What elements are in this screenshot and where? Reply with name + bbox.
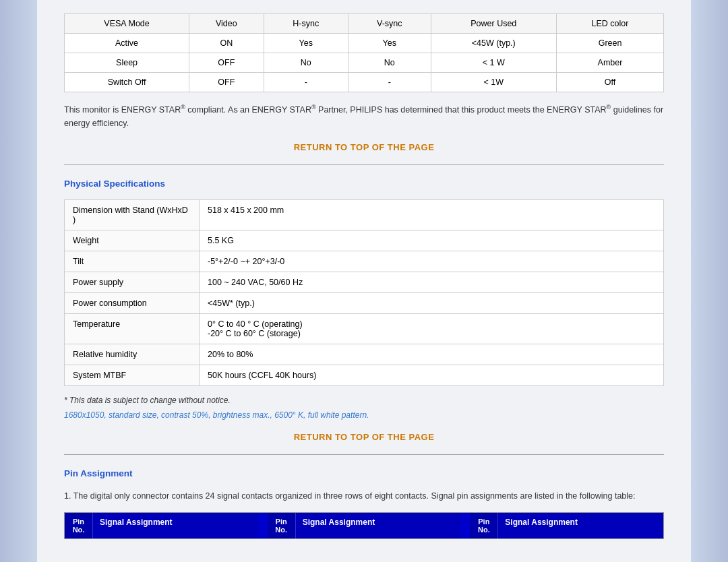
pin-column-3: PinNo. Signal Assignment: [470, 513, 663, 538]
left-sidebar: [0, 0, 37, 562]
spec-label: System MTBF: [65, 365, 200, 386]
section-divider-1: [64, 164, 664, 165]
signal-label-3: Signal Assignment: [498, 513, 663, 538]
spec-label: Weight: [65, 230, 200, 251]
return-to-top-link-2[interactable]: RETURN TO TOP OF THE PAGE: [64, 432, 664, 442]
table-row: Temperature0° C to 40 ° C (operating)-20…: [65, 314, 664, 344]
table-cell: Yes: [264, 34, 348, 53]
table-cell: ON: [189, 34, 264, 53]
col-vsync: V-sync: [348, 14, 431, 34]
table-row: Dimension with Stand (WxHxD )518 x 415 x…: [65, 200, 664, 230]
spec-value: 518 x 415 x 200 mm: [200, 200, 664, 230]
pin-col-divider-2: [460, 513, 470, 538]
energy-table: VESA Mode Video H-sync V-sync Power Used…: [64, 13, 664, 92]
pin-header-row-1: PinNo. Signal Assignment: [65, 513, 258, 538]
return-to-top-link[interactable]: RETURN TO TOP OF THE PAGE: [64, 142, 664, 152]
table-cell: Switch Off: [65, 73, 189, 92]
spec-value: 5.5 KG: [200, 230, 664, 251]
pin-no-label-2: PinNo.: [268, 513, 296, 538]
spec-label: Temperature: [65, 314, 200, 344]
pin-column-2: PinNo. Signal Assignment: [268, 513, 461, 538]
table-cell: < 1W: [431, 73, 557, 92]
spec-value: 20% to 80%: [200, 344, 664, 365]
table-cell: OFF: [189, 53, 264, 73]
physical-specs-title: Physical Specifications: [64, 179, 664, 189]
col-hsync: H-sync: [264, 14, 348, 34]
table-cell: Yes: [348, 34, 431, 53]
table-row: Power consumption<45W* (typ.): [65, 293, 664, 314]
table-cell: No: [348, 53, 431, 73]
table-row: Weight5.5 KG: [65, 230, 664, 251]
pin-header-row-2: PinNo. Signal Assignment: [268, 513, 461, 538]
pin-no-label-3: PinNo.: [470, 513, 498, 538]
table-row: System MTBF50K hours (CCFL 40K hours): [65, 365, 664, 386]
table-cell: Green: [557, 34, 664, 53]
spec-label: Dimension with Stand (WxHxD ): [65, 200, 200, 230]
section-divider-2: [64, 454, 664, 455]
page-wrapper: VESA Mode Video H-sync V-sync Power Used…: [0, 0, 728, 562]
table-cell: Off: [557, 73, 664, 92]
pin-assignment-title: Pin Assignment: [64, 468, 664, 478]
table-cell: OFF: [189, 73, 264, 92]
signal-label-1: Signal Assignment: [93, 513, 258, 538]
table-cell: < 1 W: [431, 53, 557, 73]
spec-value: -5°+2/-0 ~+ 20°+3/-0: [200, 251, 664, 272]
col-power-used: Power Used: [431, 14, 557, 34]
spec-label: Tilt: [65, 251, 200, 272]
spec-label: Power consumption: [65, 293, 200, 314]
specs-footnote: * This data is subject to change without…: [64, 396, 664, 405]
pin-description: 1. The digital only connector contains 2…: [64, 489, 664, 503]
spec-value: <45W* (typ.): [200, 293, 664, 314]
table-row: Tilt-5°+2/-0 ~+ 20°+3/-0: [65, 251, 664, 272]
pin-assignment-table: PinNo. Signal Assignment PinNo. Signal A…: [64, 512, 664, 539]
col-vesa-mode: VESA Mode: [65, 14, 189, 34]
pin-column-1: PinNo. Signal Assignment: [65, 513, 258, 538]
table-cell: <45W (typ.): [431, 34, 557, 53]
pin-no-label-1: PinNo.: [65, 513, 93, 538]
spec-value: 100 ~ 240 VAC, 50/60 Hz: [200, 272, 664, 293]
energy-star-text: This monitor is ENERGY STAR® compliant. …: [64, 102, 664, 130]
spec-value: 50K hours (CCFL 40K hours): [200, 365, 664, 386]
spec-value: 0° C to 40 ° C (operating)-20° C to 60° …: [200, 314, 664, 344]
col-video: Video: [189, 14, 264, 34]
table-row: Power supply100 ~ 240 VAC, 50/60 Hz: [65, 272, 664, 293]
main-content: VESA Mode Video H-sync V-sync Power Used…: [37, 0, 691, 562]
table-cell: Sleep: [65, 53, 189, 73]
spec-label: Relative humidity: [65, 344, 200, 365]
pin-col-divider-1: [258, 513, 268, 538]
col-led-color: LED color: [557, 14, 664, 34]
table-cell: -: [348, 73, 431, 92]
specs-table: Dimension with Stand (WxHxD )518 x 415 x…: [64, 199, 664, 386]
spec-label: Power supply: [65, 272, 200, 293]
table-row: Relative humidity20% to 80%: [65, 344, 664, 365]
table-cell: Amber: [557, 53, 664, 73]
table-cell: Active: [65, 34, 189, 53]
spec-note-blue: 1680x1050, standard size, contrast 50%, …: [64, 410, 664, 420]
right-sidebar: [691, 0, 728, 562]
pin-header-row-3: PinNo. Signal Assignment: [470, 513, 663, 538]
table-cell: No: [264, 53, 348, 73]
table-cell: -: [264, 73, 348, 92]
signal-label-2: Signal Assignment: [296, 513, 461, 538]
